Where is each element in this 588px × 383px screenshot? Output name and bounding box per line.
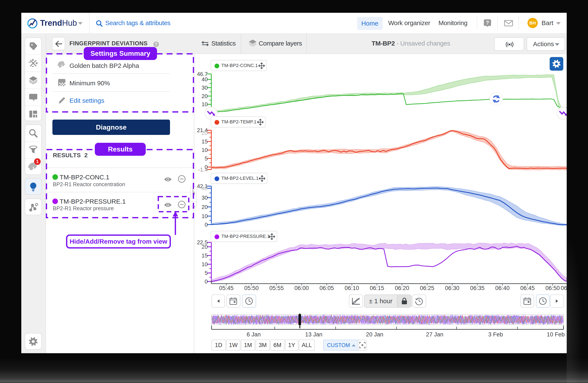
svg-text:6 Jan: 6 Jan bbox=[247, 331, 261, 338]
svg-text:06:40: 06:40 bbox=[495, 285, 510, 291]
svg-text:10: 10 bbox=[202, 101, 208, 107]
svg-text:40: 40 bbox=[202, 76, 208, 83]
svg-text:06:10: 06:10 bbox=[345, 285, 359, 291]
svg-text:10: 10 bbox=[202, 261, 208, 268]
svg-text:5: 5 bbox=[205, 155, 208, 162]
svg-text:?: ? bbox=[155, 42, 157, 46]
svg-text:05:55: 05:55 bbox=[269, 285, 284, 291]
svg-text:13 Jan: 13 Jan bbox=[305, 331, 322, 338]
svg-text:06:00: 06:00 bbox=[294, 285, 309, 291]
svg-text:20: 20 bbox=[202, 244, 208, 250]
svg-text:06:45: 06:45 bbox=[520, 285, 535, 291]
svg-text:10 Feb: 10 Feb bbox=[547, 331, 565, 338]
svg-text:15: 15 bbox=[202, 252, 208, 259]
svg-text:06:35: 06:35 bbox=[470, 285, 485, 291]
svg-text:15: 15 bbox=[202, 138, 208, 145]
svg-text:06:50: 06:50 bbox=[546, 285, 560, 291]
svg-text:06:55: 06:55 bbox=[561, 285, 567, 291]
svg-text:27 Jan: 27 Jan bbox=[426, 331, 443, 338]
svg-text:06:15: 06:15 bbox=[370, 285, 384, 291]
svg-text:20: 20 bbox=[202, 130, 208, 136]
svg-text:20: 20 bbox=[202, 204, 208, 210]
svg-text:5: 5 bbox=[205, 270, 208, 276]
svg-text:30: 30 bbox=[202, 194, 208, 201]
svg-text:0: 0 bbox=[205, 278, 208, 285]
svg-text:3 Feb: 3 Feb bbox=[488, 331, 503, 338]
svg-text:10: 10 bbox=[202, 147, 208, 153]
svg-text:-1.4: -1.4 bbox=[198, 166, 208, 173]
svg-text:20: 20 bbox=[202, 93, 208, 99]
svg-text:06:30: 06:30 bbox=[445, 285, 460, 291]
svg-text:30: 30 bbox=[202, 84, 208, 91]
svg-text:20 Jan: 20 Jan bbox=[366, 331, 383, 338]
svg-text:0: 0 bbox=[205, 222, 208, 228]
svg-text:05:50: 05:50 bbox=[244, 285, 259, 291]
svg-text:06:05: 06:05 bbox=[319, 285, 334, 291]
svg-text:10: 10 bbox=[202, 213, 208, 219]
svg-text:06:20: 06:20 bbox=[395, 285, 409, 291]
svg-text:40: 40 bbox=[202, 185, 208, 192]
svg-text:06:25: 06:25 bbox=[420, 285, 434, 291]
svg-text:05:45: 05:45 bbox=[219, 285, 234, 291]
